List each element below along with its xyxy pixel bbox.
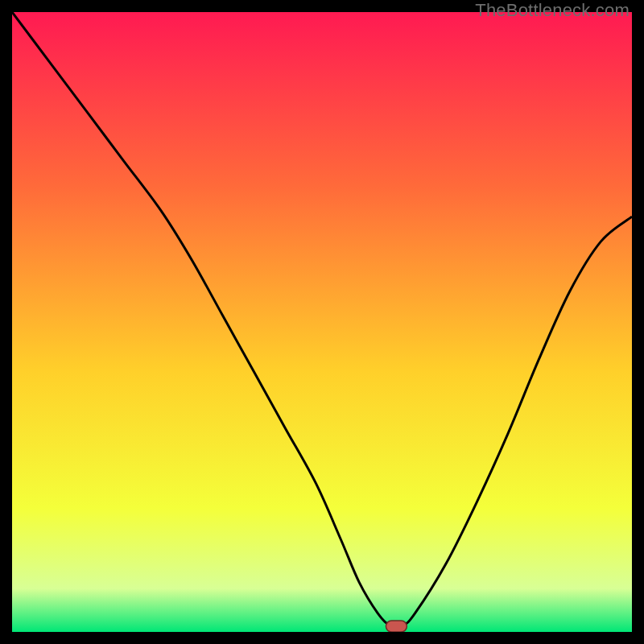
chart-svg <box>12 12 632 632</box>
plot-area <box>12 12 632 632</box>
watermark-text: TheBottleneck.com <box>475 0 630 21</box>
gradient-background <box>12 12 632 632</box>
chart-frame: TheBottleneck.com <box>0 0 644 644</box>
minimum-marker <box>386 621 407 632</box>
